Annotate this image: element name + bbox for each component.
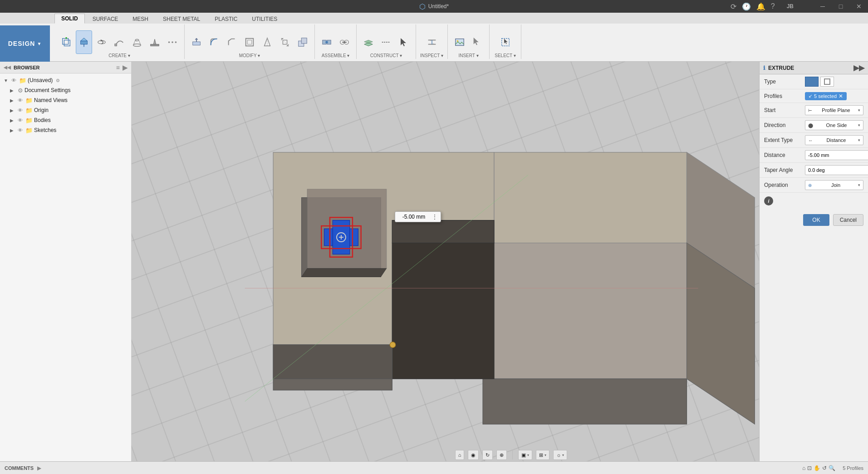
profiles-clear-button[interactable]: ✕ [839,93,843,99]
extent-type-dropdown[interactable]: ↔ Distance ▾ [805,135,863,145]
look-at-button[interactable]: ◉ [468,450,479,460]
svg-marker-67 [302,269,387,277]
design-button[interactable]: DESIGN ▼ [0,25,50,62]
home-btn[interactable]: ⌂ [802,465,805,471]
fillet-button[interactable] [206,30,222,54]
svg-point-17 [175,41,177,43]
type-surface-button[interactable] [820,77,834,87]
sweep-button[interactable] [111,30,128,54]
pan-btn[interactable]: ✋ [814,465,820,471]
extrude-info-icon: ℹ [763,65,765,71]
clock-icon[interactable]: 🕐 [740,2,753,11]
insert-label[interactable]: INSERT ▾ [458,53,478,58]
more-create-button[interactable] [164,30,181,54]
start-dropdown[interactable]: ⊢ Profile Plane ▾ [805,105,863,115]
root-folder-icon: 📁 [19,77,26,84]
tab-sheet-metal[interactable]: SHEET METAL [156,14,207,24]
svg-rect-43 [456,39,464,46]
info-button[interactable]: i [764,196,773,205]
comments-expand-icon[interactable]: ▶ [37,465,41,471]
distance-options-icon[interactable]: ⋮ [432,213,438,220]
sidebar-collapse-icon[interactable]: ◀◀ [4,65,11,70]
root-settings-icon[interactable]: ⚙ [56,78,60,83]
scale-button[interactable] [277,30,293,54]
viewport[interactable]: -5.00 mm ⋮ FRONT TOP ⌂ ◉ ↻ [132,62,868,461]
docsettings-gear-icon: ⚙ [18,87,23,94]
tab-mesh[interactable]: MESH [126,14,155,24]
bell-icon[interactable]: 🔔 [755,2,767,11]
insert-image-button[interactable] [451,30,468,54]
draft-button[interactable] [259,30,275,54]
press-pull-button[interactable] [188,30,205,54]
environment-button[interactable]: ☼ ▾ [553,450,567,460]
new-component-button[interactable] [58,30,74,54]
bodies-arrow: ▶ [10,118,16,123]
type-solid-button[interactable] [805,77,819,87]
sketches-folder-icon: 📁 [25,127,33,134]
distance-field[interactable]: -5.00 mm [805,150,868,160]
insert-more-button[interactable] [469,30,485,54]
refresh-icon[interactable]: ⟳ [729,2,738,11]
zoom-button[interactable]: ⊕ [496,450,507,460]
close-button[interactable]: ✕ [850,0,868,13]
tree-named-views[interactable]: ▶ 👁 📁 Named Views [0,95,131,105]
construct-more-button[interactable] [396,37,412,47]
orbit-button[interactable]: ↻ [482,450,493,460]
browser-title: BROWSER [14,65,39,70]
tab-plastic[interactable]: PLASTIC [208,14,244,24]
extrude-button[interactable] [76,30,92,54]
distance-input[interactable]: -5.00 mm [398,214,430,220]
modify-label[interactable]: MODIFY ▾ [239,53,260,58]
tree-origin[interactable]: ▶ 👁 📁 Origin [0,105,131,115]
zoom-ctrl-btn[interactable]: 🔍 [829,465,835,471]
operation-dropdown[interactable]: ⊕ Join ▾ [805,180,863,190]
root-arrow: ▼ [4,78,10,83]
offset-plane-button[interactable] [360,30,377,54]
help-icon[interactable]: ? [769,2,777,10]
minimize-button[interactable]: ─ [814,0,832,13]
titlebar: ⬡ Untitled* ⟳ 🕐 🔔 ? JB ─ □ ✕ [0,0,868,13]
tree-sketches[interactable]: ▶ 👁 📁 Sketches [0,125,131,135]
revolve-button[interactable] [93,30,110,54]
direction-dropdown[interactable]: ⬤ One Side ▾ [805,120,863,130]
tree-doc-settings[interactable]: ▶ ⚙ Document Settings [0,85,131,95]
grid-button[interactable]: ⊞ ▾ [536,450,549,460]
tab-utilities[interactable]: UTILITIES [245,14,284,24]
display-mode-button[interactable]: ▣ ▾ [518,450,532,460]
tab-solid[interactable]: SOLID [54,14,85,24]
taper-field[interactable]: 0.0 deg [805,165,868,175]
select-button[interactable] [497,30,514,54]
create-label[interactable]: CREATE ▾ [108,53,130,58]
midplane-button[interactable] [378,30,394,54]
frame-btn[interactable]: ⊡ [807,465,812,471]
rib-button[interactable] [147,30,163,54]
loft-button[interactable] [129,30,145,54]
select-label[interactable]: SELECT ▾ [495,53,516,58]
start-dropdown-arrow: ▾ [858,108,860,112]
panel-expand-button[interactable]: ▶▶ [853,64,864,72]
maximize-button[interactable]: □ [832,0,850,13]
motion-link-button[interactable] [336,30,353,54]
home-view-button[interactable]: ⌂ [455,450,465,460]
distance-popup[interactable]: -5.00 mm ⋮ [395,211,441,222]
combine-button[interactable] [294,30,311,54]
assemble-label[interactable]: ASSEMBLE ▾ [322,53,350,58]
tree-bodies[interactable]: ▶ 👁 📁 Bodies [0,115,131,125]
rotate-btn[interactable]: ↺ [822,465,827,471]
ok-button[interactable]: OK [803,214,829,226]
measure-button[interactable] [424,30,440,54]
browser-options-icon[interactable]: ≡ [116,64,120,71]
chamfer-button[interactable] [224,30,240,54]
tree-root[interactable]: ▼ 👁 📁 (Unsaved) ⚙ [0,75,131,85]
root-eye: 👁 [11,78,18,83]
grid-dropdown-icon: ▾ [544,453,546,457]
window-controls: ─ □ ✕ [814,0,868,13]
shell-button[interactable] [241,30,258,54]
inspect-label[interactable]: INSPECT ▾ [420,53,443,58]
cancel-button[interactable]: Cancel [833,214,863,226]
joint-button[interactable] [319,30,335,54]
tab-surface[interactable]: SURFACE [86,14,125,24]
browser-expand-icon[interactable]: ▶ [123,64,128,71]
construct-label[interactable]: CONSTRUCT ▾ [370,53,402,58]
bodies-eye: 👁 [18,117,24,123]
